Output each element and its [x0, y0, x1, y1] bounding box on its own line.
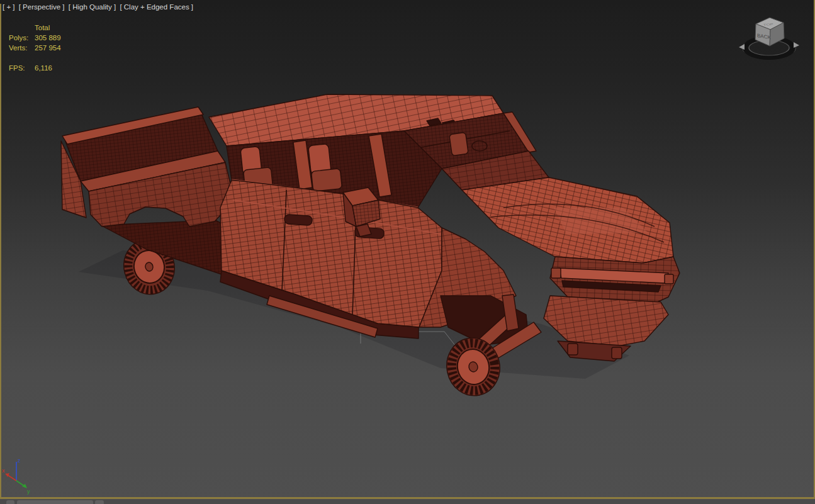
statistics-overlay: Total Polys: 305 889 Verts: 257 954 FPS:…: [9, 23, 61, 73]
model-geometry: [449, 132, 468, 155]
time-slider-button[interactable]: [6, 500, 14, 504]
y-axis-label: y: [27, 488, 30, 495]
viewport-border-bottom: [0, 497, 815, 499]
model-geometry: [311, 169, 342, 192]
verts-value: 257 954: [35, 43, 61, 53]
viewcube[interactable]: TOP BACK: [732, 10, 805, 64]
time-slider-bar[interactable]: [0, 500, 815, 504]
polys-label: Polys:: [9, 33, 35, 43]
viewport-label: [ + ] [ Perspective ] [ High Quality ] […: [3, 3, 195, 11]
time-slider-button[interactable]: [95, 500, 104, 504]
viewport-menu-quality[interactable]: [ High Quality ]: [69, 3, 116, 11]
viewcube-arrow-left-icon[interactable]: [739, 44, 745, 50]
fps-label: FPS:: [9, 63, 35, 73]
viewport-3d[interactable]: [ + ] [ Perspective ] [ High Quality ] […: [0, 0, 815, 504]
viewport-border-left: [0, 4, 1, 499]
z-axis-label: z: [18, 457, 21, 464]
tow-hook: [612, 347, 622, 359]
viewcube-arrow-right-icon[interactable]: [794, 42, 799, 48]
scene-canvas[interactable]: [0, 0, 815, 504]
x-axis-label: x: [2, 468, 5, 474]
viewport-menu-shading[interactable]: [ Clay + Edged Faces ]: [120, 3, 193, 11]
door-handle: [284, 214, 313, 225]
polys-value: 305 889: [35, 33, 61, 43]
world-axis-gizmo: z x y: [1, 456, 42, 495]
stats-column-header: Total: [35, 23, 61, 33]
headlamp: [665, 274, 673, 284]
fps-value: 6,116: [35, 63, 61, 73]
tow-hook: [568, 344, 578, 355]
verts-label: Verts:: [9, 43, 35, 53]
viewcube-top-label: TOP: [763, 23, 773, 26]
time-slider-handle[interactable]: [17, 500, 93, 504]
truck-model[interactable]: [61, 94, 680, 401]
viewport-menu-pov[interactable]: [ Perspective ]: [19, 3, 65, 11]
headlamp: [551, 268, 561, 278]
viewport-menu-plus[interactable]: [ + ]: [3, 3, 15, 11]
